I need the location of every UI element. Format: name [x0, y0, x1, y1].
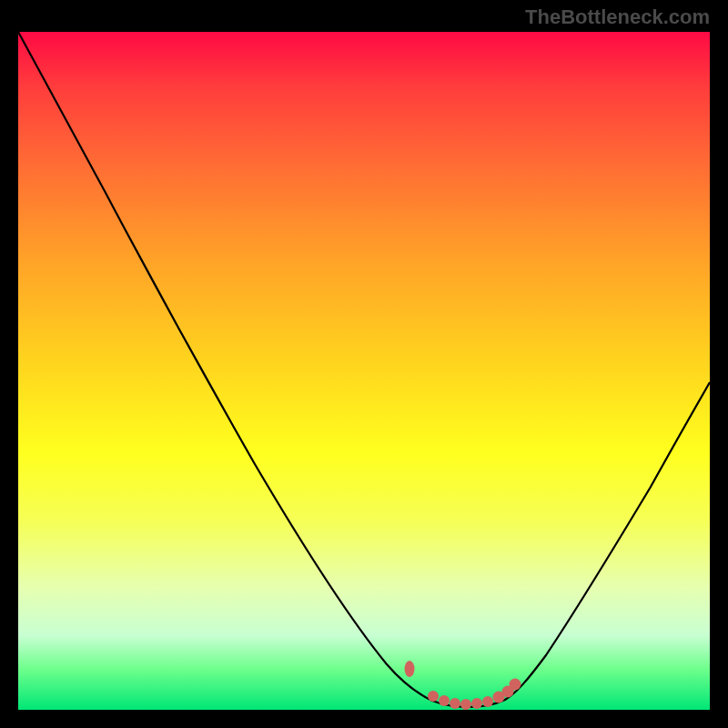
- highlight-dot: [460, 699, 471, 710]
- highlight-dot: [439, 695, 450, 706]
- highlight-dot-group: [405, 661, 521, 710]
- highlight-dot: [510, 679, 521, 691]
- chart-svg: [18, 32, 710, 710]
- watermark-text: TheBottleneck.com: [525, 5, 710, 29]
- chart-container: TheBottleneck.com: [0, 0, 728, 728]
- main-curve-path: [18, 32, 710, 707]
- highlight-dot: [405, 661, 415, 677]
- highlight-dot: [428, 691, 439, 702]
- highlight-dot: [471, 698, 482, 709]
- highlight-dot: [450, 698, 460, 709]
- highlight-dot: [482, 696, 493, 707]
